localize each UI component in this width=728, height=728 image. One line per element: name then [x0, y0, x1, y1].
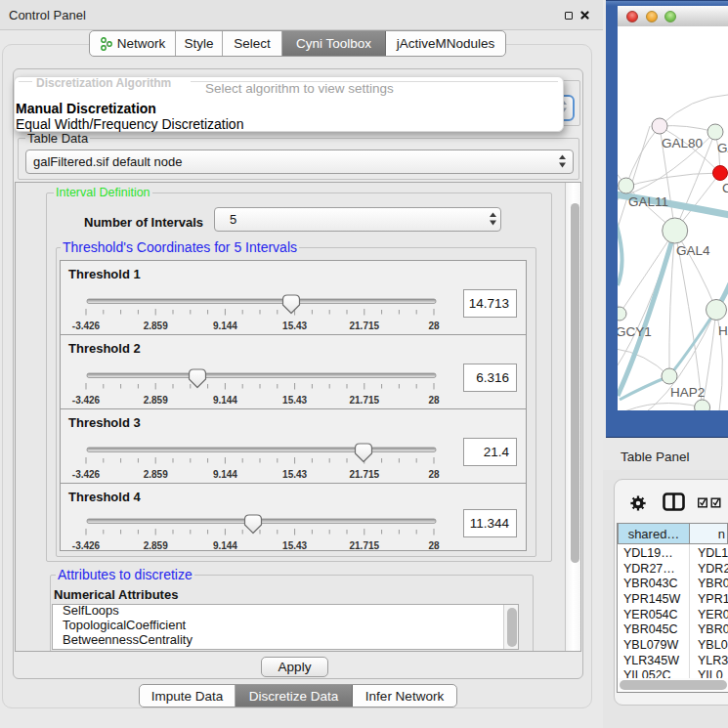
svg-text:-3.426: -3.426 — [72, 321, 101, 331]
svg-text:28: 28 — [428, 469, 440, 480]
svg-text:28: 28 — [428, 395, 440, 406]
svg-text:GAL2: GAL2 — [717, 141, 728, 155]
svg-text:15.43: 15.43 — [282, 540, 307, 551]
svg-text:21.715: 21.715 — [350, 469, 380, 480]
svg-text:21.715: 21.715 — [350, 395, 380, 406]
svg-text:GAL4: GAL4 — [676, 243, 710, 258]
svg-text:21.715: 21.715 — [350, 540, 380, 551]
svg-text:2.859: 2.859 — [144, 321, 168, 331]
svg-text:CY: CY — [722, 181, 728, 195]
svg-text:GAL80: GAL80 — [662, 136, 703, 150]
svg-text:-3.426: -3.426 — [72, 395, 101, 406]
svg-text:HA: HA — [718, 323, 728, 338]
svg-text:2.859: 2.859 — [144, 469, 168, 480]
svg-text:28: 28 — [428, 540, 440, 551]
svg-text:HAP2: HAP2 — [670, 385, 705, 400]
svg-text:GAL11: GAL11 — [628, 194, 668, 209]
svg-text:9.144: 9.144 — [213, 469, 237, 480]
svg-text:9.144: 9.144 — [213, 395, 237, 406]
svg-text:-3.426: -3.426 — [72, 469, 101, 480]
svg-text:9.144: 9.144 — [213, 540, 237, 551]
svg-text:2.859: 2.859 — [144, 540, 168, 551]
svg-text:21.715: 21.715 — [350, 321, 380, 331]
svg-text:15.43: 15.43 — [282, 321, 307, 331]
svg-text:2.859: 2.859 — [144, 395, 168, 406]
svg-text:-3.426: -3.426 — [72, 540, 101, 551]
svg-text:9.144: 9.144 — [213, 321, 237, 331]
svg-text:15.43: 15.43 — [282, 395, 307, 406]
svg-text:GCY1: GCY1 — [618, 324, 652, 339]
svg-text:15.43: 15.43 — [282, 469, 307, 480]
svg-text:28: 28 — [428, 321, 440, 331]
